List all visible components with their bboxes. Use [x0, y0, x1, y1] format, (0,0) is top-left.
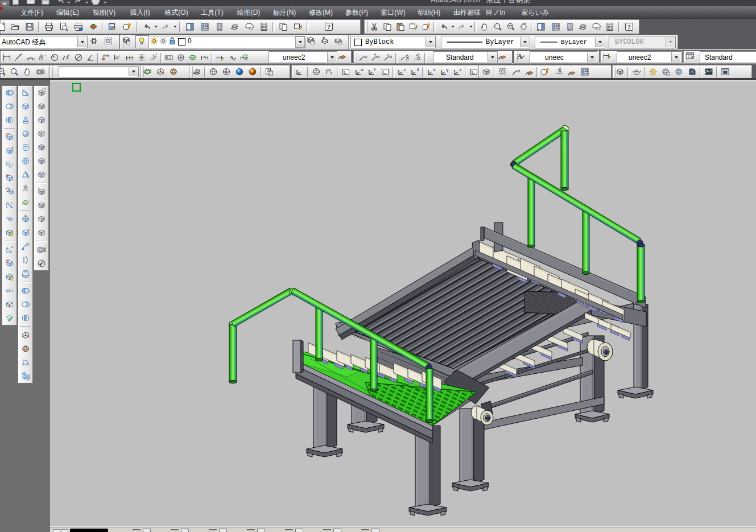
- svg-text:y: y: [40, 53, 42, 56]
- svg-text:8: 8: [559, 67, 561, 71]
- svg-text:ob: ob: [361, 68, 364, 72]
- svg-text:y: y: [447, 68, 449, 72]
- svg-text:8: 8: [406, 56, 409, 61]
- svg-text:?: ?: [327, 23, 331, 30]
- svg-text:A: A: [230, 55, 234, 60]
- svg-text:x: x: [433, 68, 436, 72]
- svg-text:3: 3: [417, 68, 419, 72]
- svg-text:x: x: [44, 53, 46, 57]
- svg-text:z: z: [460, 68, 462, 72]
- svg-text:z: z: [404, 68, 406, 72]
- svg-text:?: ?: [627, 23, 631, 30]
- svg-text:f: f: [374, 68, 376, 72]
- svg-text:8: 8: [418, 53, 420, 57]
